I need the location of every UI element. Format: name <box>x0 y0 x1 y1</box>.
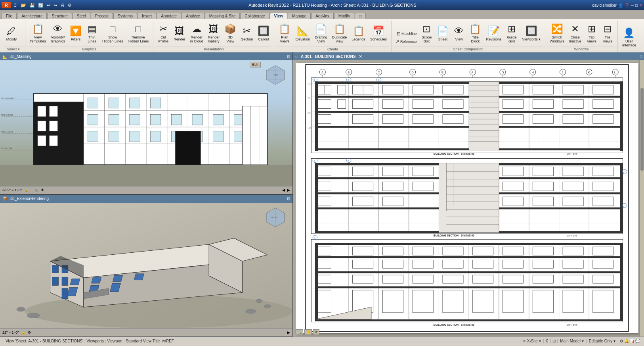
qat-print[interactable]: 🖨 <box>59 2 66 8</box>
status-icon-2[interactable]: 🔔 <box>624 339 629 343</box>
tab-modify[interactable]: Modify <box>334 13 354 19</box>
svg-rect-242 <box>353 182 373 191</box>
qat-undo[interactable]: ↩ <box>46 2 52 8</box>
viewport-maximize[interactable]: ⊡ <box>287 54 290 59</box>
matchline-button[interactable]: ⊟ Matchline <box>394 30 419 37</box>
view-templates-button[interactable]: 📋 ViewTemplates <box>28 21 48 45</box>
tab-collaborate[interactable]: Collaborate <box>240 13 269 19</box>
vp-nav-right[interactable]: ▶ <box>287 188 291 192</box>
status-icon-4[interactable]: 💬 <box>635 339 640 343</box>
user-interface-button[interactable]: 👤 UserInterface <box>620 25 638 49</box>
status-icon-3[interactable]: 📊 <box>630 339 634 343</box>
vp-detail-icon[interactable]: □ <box>30 188 34 192</box>
tab-manage[interactable]: Manage <box>288 13 311 19</box>
close-button[interactable]: ✕ <box>639 3 642 8</box>
tab-addins[interactable]: Add-Ins <box>311 13 333 19</box>
sheet-button[interactable]: 📄 Sheet <box>435 21 451 45</box>
tab-massing[interactable]: Massing & Site <box>205 13 240 19</box>
sheet-expand-btn[interactable]: □ <box>640 54 642 58</box>
tab-view[interactable]: View <box>270 13 288 19</box>
3d-view-label: 3DView <box>227 35 234 43</box>
tab-insert[interactable]: Insert <box>138 13 156 19</box>
tab-file[interactable]: File <box>2 13 17 19</box>
sheet-pan-icon[interactable]: ✋ <box>304 329 312 335</box>
guide-grid-button[interactable]: ⊞ GuideGrid <box>504 21 519 45</box>
visibility-graphics-button[interactable]: 👁 Visibility/Graphics <box>49 21 67 45</box>
duplicate-view-button[interactable]: 📋 DuplicateView <box>330 21 349 45</box>
tab-contextual[interactable]: □ <box>355 13 366 19</box>
modify-button[interactable]: 🖊 Modify <box>4 21 19 45</box>
minimize-button[interactable]: ─ <box>631 3 634 8</box>
title-and-qat: R 🗋 📂 💾 🔄 ↩ ↪ 🖨 ⚙ Autodesk Revit 2022 - … <box>0 0 644 10</box>
sheet-close-btn[interactable]: ✕ <box>359 54 362 59</box>
legends-button[interactable]: 📋 Legends <box>350 21 367 45</box>
tile-views-button[interactable]: ⊟ TileViews <box>600 21 615 45</box>
thin-lines-button[interactable]: ▤ ThinLines <box>84 21 99 45</box>
title-block-button[interactable]: 📋 TitleBlock <box>467 21 483 45</box>
view-templates-icon: 📋 <box>32 23 44 35</box>
tab-annotate[interactable]: Annotate <box>157 13 181 19</box>
render-button[interactable]: 🖼 Render <box>172 21 187 45</box>
schedules-button[interactable]: 📅 Schedules <box>368 21 389 45</box>
qat-open[interactable]: 📂 <box>19 2 27 8</box>
viewport-elevation-canvas[interactable]: T.O. PARAPET 3RD FLOOR 2ND FLOOR 1ST FLO… <box>0 60 292 194</box>
render-cloud-button[interactable]: ☁ Renderin Cloud <box>188 21 205 45</box>
vp-hide-icon[interactable]: 👁 <box>40 188 45 192</box>
remove-hidden-button[interactable]: □ RemoveHidden Lines <box>126 21 151 45</box>
tab-systems[interactable]: Systems <box>113 13 137 19</box>
viewports-button[interactable]: 🔲 Viewports ▾ <box>520 21 543 45</box>
scope-box-button[interactable]: ⊡ ScopeBox <box>419 21 434 45</box>
tab-views-button[interactable]: ⊞ TabViews <box>584 21 599 45</box>
drafting-view-button[interactable]: 📄 DraftingView <box>313 21 329 45</box>
sheet-canvas[interactable]: A B C D E F G H J <box>293 60 644 336</box>
qat-save[interactable]: 💾 <box>28 2 36 8</box>
restore-button[interactable]: □ <box>635 3 638 8</box>
filters-button[interactable]: 🔽 Filters <box>68 21 84 45</box>
3d-view-button[interactable]: 📦 3DView <box>222 21 238 45</box>
edit-button[interactable]: Edit <box>250 62 261 67</box>
view-button[interactable]: 👁 View <box>451 21 466 45</box>
render-gallery-button[interactable]: 🖼 RenderGallery <box>206 21 222 45</box>
sheet-zoom-icon[interactable]: 🔍 <box>296 329 303 335</box>
status-model[interactable]: Main Model ▾ <box>558 339 586 343</box>
app-menu-button[interactable]: R <box>2 2 11 8</box>
plan-views-button[interactable]: 📋 PlanViews <box>277 21 292 45</box>
revisions-button[interactable]: 📝 Revisions <box>484 21 503 45</box>
vp3d-settings[interactable]: ⚙ <box>27 331 32 334</box>
show-hidden-button[interactable]: □ ShowHidden Lines <box>100 21 125 45</box>
viewport-3d-canvas[interactable]: FRONT <box>0 203 292 336</box>
sheet-minimize-icon[interactable]: ▭ <box>295 54 298 58</box>
sheet-orbit-icon[interactable]: ⟳ <box>313 329 319 335</box>
nav-cube-3d[interactable]: FRONT <box>265 206 287 228</box>
cut-profile-button[interactable]: ✂ CutProfile <box>156 21 171 45</box>
tab-steel[interactable]: Steel <box>73 13 90 19</box>
vp3d-expand[interactable]: ▶ <box>287 331 291 334</box>
vp-lock-icon[interactable]: 🔒 <box>23 188 29 192</box>
qat-new[interactable]: 🗋 <box>12 2 19 8</box>
help-icon[interactable]: ❓ <box>625 3 629 8</box>
status-editable[interactable]: Editable Only ▾ <box>587 339 618 343</box>
section-button[interactable]: ✂ Section <box>239 21 255 45</box>
vp-crop-icon[interactable]: ⊡ <box>34 188 39 192</box>
tab-structure[interactable]: Structure <box>47 13 72 19</box>
qat-redo[interactable]: ↪ <box>52 2 58 8</box>
qat-sync[interactable]: 🔄 <box>37 2 45 8</box>
status-site[interactable]: ✕ X-Site ▾ <box>520 339 544 343</box>
tab-analyze[interactable]: Analyze <box>182 13 204 19</box>
reference-button[interactable]: ↗ Reference <box>394 38 419 45</box>
nav-cube[interactable]: TOP <box>265 63 287 85</box>
svg-rect-240 <box>593 167 613 176</box>
tab-precast[interactable]: Precast <box>91 13 113 19</box>
vp-nav-left[interactable]: ◀ <box>281 188 286 192</box>
qat-settings[interactable]: ⚙ <box>67 2 73 8</box>
vp3d-lock-icon[interactable]: 🔒 <box>20 331 26 334</box>
switch-windows-button[interactable]: 🔀 SwitchWindows <box>548 21 566 45</box>
status-icon-1[interactable]: ⚙ <box>620 339 623 343</box>
tab-architecture[interactable]: Architecture <box>17 13 47 19</box>
vp3d-maximize[interactable]: ⊡ <box>287 196 290 201</box>
elevation-button[interactable]: 📐 Elevation <box>293 21 312 45</box>
user-icon[interactable]: 👤 <box>618 3 623 8</box>
callout-button[interactable]: 🔲 Callout <box>256 21 271 45</box>
sheet-scrollbar-v[interactable] <box>639 60 644 336</box>
close-inactive-button[interactable]: ✕ CloseInactive <box>567 21 583 45</box>
